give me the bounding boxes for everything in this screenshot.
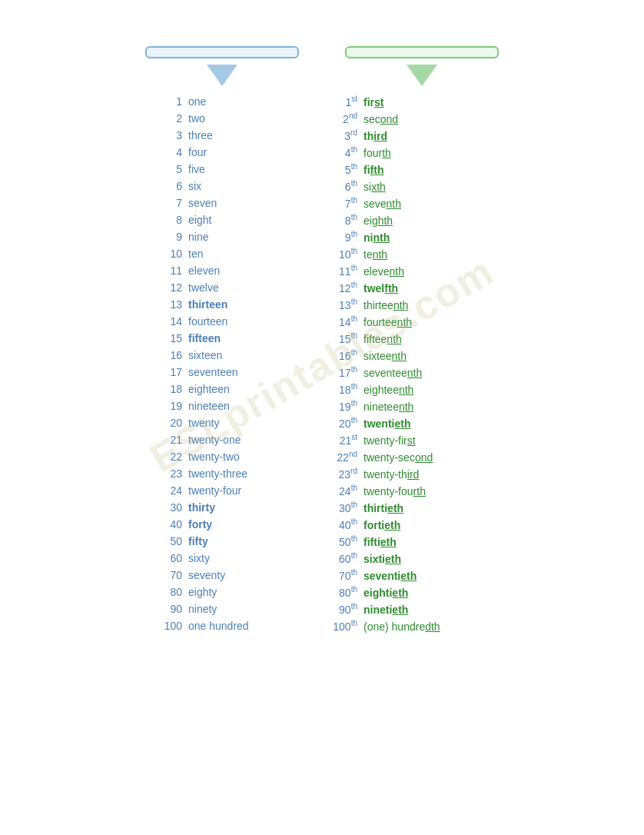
ordinal-number: 12th [327,280,357,296]
ordinal-row: 13ththirteenth [327,297,486,314]
cardinal-row: 14fourteen [158,314,281,331]
ordinal-number: 13th [327,297,357,313]
cardinal-word: twenty-two [188,449,281,464]
cardinal-number: 5 [158,161,182,177]
cardinal-row: 24twenty-four [158,483,281,500]
cardinal-word: fifteen [188,331,281,346]
ordinal-number: 6th [327,178,357,195]
ordinal-row: 6thsixth [327,178,486,195]
cardinal-number: 14 [158,314,182,329]
ordinal-row: 14thfourteenth [327,314,486,331]
cardinal-row: 1one [158,94,281,111]
ordinal-word: twentieth [363,416,486,431]
ordinal-row: 9thninth [327,229,486,246]
ordinal-number: 17th [327,364,357,381]
cardinal-number: 50 [158,534,182,549]
ordinal-word: twenty-fourth [363,484,486,499]
ordinal-word: fifth [363,162,486,178]
cardinal-word: eight [188,212,281,228]
ordinal-word: second [363,111,486,127]
cardinal-word: twenty-one [188,432,281,447]
cardinal-word: eighteen [188,381,281,397]
ordinal-number: 23rd [327,466,357,482]
ordinal-number: 100th [327,618,357,634]
ordinal-row: 18theighteenth [327,381,486,398]
cardinal-row: 2two [158,111,281,128]
cardinal-row: 80eighty [158,584,281,601]
ordinal-word: nineteenth [363,399,486,414]
cardinal-word: fifty [188,534,281,549]
cardinal-row: 20twenty [158,415,281,432]
cardinal-word: one hundred [188,618,281,634]
cardinal-number: 18 [158,381,182,397]
ordinal-word: sixth [363,179,486,195]
cardinal-row: 50fifty [158,534,281,551]
ordinal-number: 9th [327,229,357,245]
cardinal-word: eighty [188,584,281,600]
cardinal-word: twenty [188,415,281,431]
cardinal-number: 24 [158,483,182,498]
ordinal-row: 3rdthird [327,128,486,145]
cardinal-word: seven [188,195,281,211]
cardinal-row: 40forty [158,517,281,534]
ordinal-row: 5thfifth [327,161,486,178]
cardinal-number: 4 [158,145,182,160]
cardinal-word: sixteen [188,348,281,363]
ordinal-row: 1stfirst [327,94,486,111]
ordinal-row: 20thtwentieth [327,415,486,432]
cardinal-row: 15fifteen [158,331,281,348]
cardinal-number: 70 [158,567,182,583]
cardinal-word: ninety [188,601,281,617]
ordinal-word: thirtieth [363,501,486,516]
cardinal-word: fourteen [188,314,281,329]
ordinal-word: eleventh [363,264,486,279]
ordinal-row: 21sttwenty-first [327,432,486,449]
cardinal-word: two [188,111,281,126]
cardinal-word: thirty [188,500,281,515]
cardinal-word: seventy [188,567,281,583]
cardinal-number: 19 [158,398,182,414]
ordinal-number: 16th [327,348,357,364]
cardinal-number: 6 [158,178,182,194]
ordinal-row: 19thnineteenth [327,398,486,415]
ordinal-word: eighth [363,213,486,228]
ordinal-row: 60thsixtieth [327,551,486,567]
svg-marker-1 [407,65,437,86]
ordinal-row: 22ndtwenty-second [327,449,486,466]
ordinal-row: 4thfourth [327,145,486,161]
cardinal-row: 30thirty [158,500,281,517]
cardinal-row: 23twenty-three [158,466,281,483]
ordinal-word: tenth [363,247,486,262]
cardinal-word: eleven [188,263,281,278]
cardinal-row: 70seventy [158,567,281,584]
cardinal-row: 8eight [158,212,281,229]
cardinal-number: 80 [158,584,182,600]
cardinal-row: 90ninety [158,601,281,618]
cardinal-word: twenty-four [188,483,281,498]
ordinal-number: 50th [327,534,357,550]
page: ESLprintables.com 1one2two3three4four5fi… [0,0,644,835]
ordinal-number: 5th [327,161,357,178]
ordinal-row: 7thseventh [327,195,486,212]
ordinal-word: seventh [363,196,486,211]
cardinal-word: sixty [188,551,281,566]
cardinal-word: seventeen [188,364,281,380]
cardinal-word: twelve [188,280,281,295]
cardinal-row: 13thirteen [158,297,281,314]
ordinal-row: 50thfiftieth [327,534,486,551]
cardinal-word: twenty-three [188,466,281,481]
cardinal-row: 9nine [158,229,281,246]
ordinal-row: 16thsixteenth [327,348,486,364]
cardinal-row: 6six [158,178,281,195]
ordinal-word: third [363,128,486,144]
ordinal-row: 11theleventh [327,263,486,280]
ordinal-col: 1stfirst2ndsecond3rdthird4thfourth5thfif… [327,94,486,635]
ordinal-number: 30th [327,500,357,516]
cardinal-number: 3 [158,128,182,143]
ordinal-number: 19th [327,398,357,414]
ordinal-row: 2ndsecond [327,111,486,128]
ordinal-word: ninetieth [363,602,486,617]
cardinal-word: one [188,94,281,109]
ordinal-number: 24th [327,483,357,499]
cardinal-word: nineteen [188,398,281,414]
